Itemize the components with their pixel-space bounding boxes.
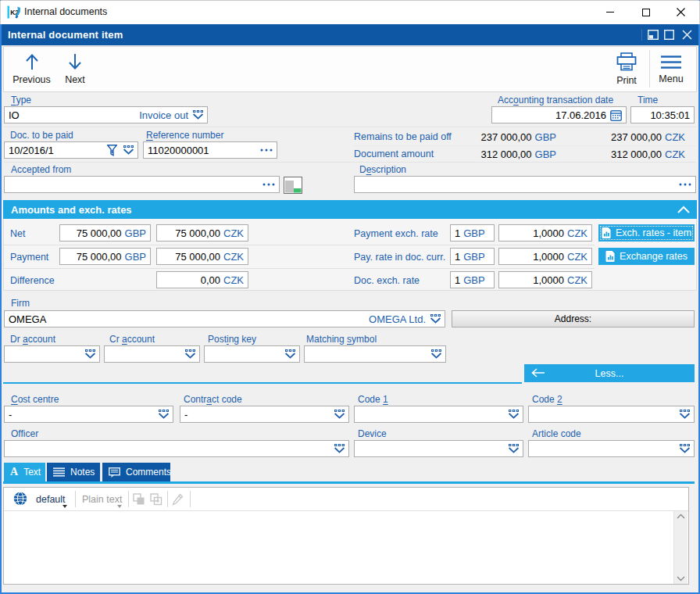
payment-local-currency-field[interactable]: 75 000,00CZK (156, 248, 248, 265)
next-button[interactable]: Next (57, 49, 93, 89)
language-selector[interactable]: default (36, 494, 66, 505)
description-ellipsis-icon[interactable] (679, 183, 691, 186)
pay-rate-doc-curr-value-field[interactable]: 1,0000CZK (498, 248, 592, 265)
contract-code-field[interactable]: - (180, 406, 349, 423)
type-dropdown-icon[interactable] (193, 110, 203, 120)
previous-label: Previous (12, 74, 51, 85)
tab-notes[interactable]: Notes (47, 463, 100, 481)
cost-centre-label: Cost centre (11, 394, 59, 405)
payment-exch-rate-label: Payment exch. rate (354, 228, 438, 239)
payment-exch-rate-value-field[interactable]: 1,0000CZK (498, 224, 592, 242)
print-button[interactable]: Print (608, 49, 645, 89)
toolbar (3, 46, 697, 92)
calendar-icon[interactable] (610, 109, 622, 121)
dialog-maximize-icon[interactable] (662, 28, 676, 41)
doc-exch-rate-unit-field[interactable]: 1GBP (450, 271, 495, 288)
code1-dropdown-icon[interactable] (509, 410, 519, 419)
time-label: Time (638, 95, 658, 106)
device-field[interactable] (354, 440, 523, 457)
tab-comments[interactable]: Comments (102, 463, 170, 481)
balance-chart-icon[interactable] (284, 177, 302, 194)
posting-key-field[interactable] (204, 345, 300, 363)
accounting-date-field[interactable]: 17.06.2016 (491, 106, 627, 123)
article-code-dropdown-icon[interactable] (680, 444, 690, 453)
doc-to-be-paid-field[interactable]: 10/2016/1 (4, 141, 138, 159)
cost-centre-dropdown-icon[interactable] (159, 410, 169, 419)
scroll-down-icon[interactable] (677, 576, 685, 581)
dialog-titlebar-separator (641, 29, 642, 41)
editor-scrollbar[interactable] (673, 511, 688, 584)
pay-rate-doc-curr-unit-field[interactable]: 1GBP (450, 248, 495, 265)
paste-icon[interactable] (133, 493, 145, 506)
paste-special-icon[interactable] (150, 493, 162, 506)
format-selector[interactable]: Plain text (82, 494, 122, 505)
cr-account-dropdown-icon[interactable] (185, 349, 195, 359)
reference-ellipsis-icon[interactable] (260, 148, 273, 152)
contract-code-label: Contract code (184, 394, 242, 405)
previous-button[interactable]: Previous (9, 49, 54, 89)
cost-centre-field[interactable]: - (4, 406, 173, 423)
doc-to-be-paid-dropdown-icon[interactable] (123, 145, 134, 155)
officer-label: Officer (11, 428, 38, 439)
window-minimize-button[interactable] (593, 0, 628, 24)
code1-field[interactable] (354, 406, 523, 423)
officer-field[interactable] (4, 440, 349, 457)
exchange-rates-button[interactable]: Exchange rates (598, 248, 695, 265)
article-code-field[interactable] (528, 440, 695, 457)
section-divider-line (3, 382, 522, 384)
reference-number-field[interactable]: 11020000001 (143, 141, 277, 159)
edit-pencil-icon[interactable] (172, 493, 184, 506)
collapse-section-icon[interactable] (677, 205, 691, 214)
time-field[interactable]: 10:35:01 (630, 106, 695, 123)
type-display: Invoice out (139, 109, 188, 121)
matching-symbol-field[interactable] (304, 345, 446, 363)
dr-account-dropdown-icon[interactable] (85, 349, 95, 359)
contract-code-dropdown-icon[interactable] (334, 410, 345, 419)
posting-key-dropdown-icon[interactable] (285, 349, 295, 359)
next-label: Next (65, 74, 85, 85)
amounts-row-separator (4, 268, 595, 269)
time-value: 10:35:01 (650, 109, 690, 121)
officer-dropdown-icon[interactable] (334, 444, 345, 453)
less-button[interactable]: Less... (524, 364, 695, 382)
difference-local-currency-field[interactable]: 0,00CZK (156, 271, 248, 288)
editor-text-area[interactable] (4, 511, 673, 584)
row-separator (4, 127, 696, 127)
scroll-up-icon[interactable] (677, 513, 685, 519)
matching-symbol-dropdown-icon[interactable] (431, 349, 441, 359)
dialog-undock-icon[interactable] (646, 28, 659, 41)
device-dropdown-icon[interactable] (509, 444, 519, 453)
window-maximize-button[interactable] (628, 0, 663, 24)
editor-toolbar-separator (167, 491, 168, 507)
editor-toolbar-separator (75, 491, 76, 507)
firm-field[interactable]: OMEGA OMEGA Ltd. (4, 310, 445, 327)
net-doc-currency-field[interactable]: 75 000,00GBP (59, 224, 151, 242)
dr-account-field[interactable] (4, 345, 100, 363)
amounts-section-header[interactable]: Amounts and exch. rates (3, 200, 697, 219)
menu-button[interactable]: Menu (652, 49, 690, 89)
globe-icon[interactable] (13, 492, 27, 506)
doc-exch-rate-value-field[interactable]: 1,0000CZK (498, 271, 592, 288)
tab-text[interactable]: A Text (4, 463, 45, 481)
address-button[interactable]: Address: (452, 310, 695, 327)
cr-account-label: Cr account (109, 334, 155, 345)
exch-rates-item-button[interactable]: Exch. rates - item (598, 224, 695, 242)
code2-field[interactable] (528, 406, 695, 423)
amounts-section-title: Amounts and exch. rates (11, 204, 132, 216)
dialog-close-icon[interactable] (680, 28, 694, 41)
language-caret-icon (62, 505, 67, 508)
payment-doc-currency-field[interactable]: 75 000,00GBP (59, 248, 151, 265)
cr-account-field[interactable] (104, 345, 200, 363)
accepted-from-label: Accepted from (11, 164, 71, 175)
accepted-from-ellipsis-icon[interactable] (262, 183, 275, 186)
editor-toolbar-separator (190, 491, 191, 507)
net-local-currency-field[interactable]: 75 000,00CZK (156, 224, 248, 242)
accepted-from-field[interactable] (4, 176, 280, 193)
window-close-button[interactable] (663, 0, 698, 24)
description-field[interactable] (354, 176, 696, 193)
firm-dropdown-icon[interactable] (430, 314, 441, 324)
payment-exch-rate-unit-field[interactable]: 1GBP (450, 224, 495, 242)
code2-dropdown-icon[interactable] (680, 410, 690, 419)
filter-icon[interactable] (107, 145, 117, 156)
type-field[interactable]: IO Invoice out (4, 106, 208, 123)
